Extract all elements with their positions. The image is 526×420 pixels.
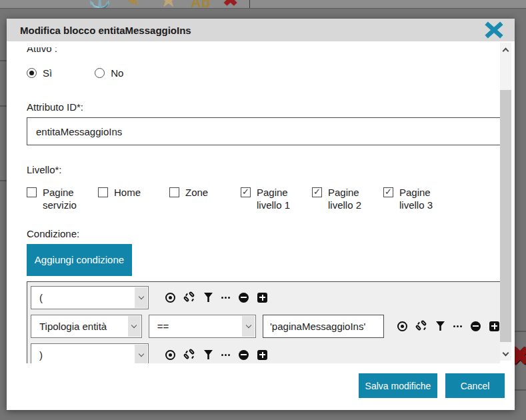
anchor-icon: ⚓ [88,0,111,9]
star-icon: ★ [160,0,177,9]
ellipsis-icon[interactable] [221,297,230,299]
attivo-radio-group: Sì No [27,67,500,79]
dialog-scroll-content: Attivo : Sì No Attributo ID*: Livello*: … [7,47,500,363]
scroll-down-icon[interactable] [500,347,511,361]
attivo-label: Attivo : [27,47,500,54]
target-icon[interactable] [165,293,175,303]
radio-label-no: No [111,67,123,79]
select-value: ( [39,292,43,303]
ellipsis-icon[interactable] [453,325,462,327]
checkbox-pagine-servizio[interactable] [27,187,37,197]
checkbox-label: Pagine servizio [43,187,85,212]
save-button[interactable]: Salva modifiche [359,373,437,398]
radio-button-si[interactable] [27,68,37,78]
filter-icon[interactable] [204,293,213,302]
modal-scrollbar[interactable] [500,43,511,361]
checkbox-option-pagine-livello-3[interactable]: Pagine livello 3 [383,187,455,212]
checkbox-option-pagine-livello-1[interactable]: Pagine livello 1 [241,187,312,212]
background-line [0,180,7,181]
checkbox-label: Home [114,187,157,199]
radio-button-no[interactable] [95,68,105,78]
delete-icon: ✖ [223,0,238,9]
filter-icon[interactable] [436,321,445,331]
broken-link-icon[interactable] [184,349,195,360]
add-row-icon[interactable] [489,321,499,331]
dialog-header: Modifica blocco entitaMessaggioIns [7,19,515,41]
radio-option-no[interactable]: No [95,67,123,79]
toolbar-divider [249,0,250,9]
select-value: Tipologia entità [39,321,107,332]
checkbox-pagine-livello-3[interactable] [383,187,393,197]
remove-row-icon[interactable] [471,321,481,331]
remove-row-icon[interactable] [239,350,249,360]
checkbox-label: Zone [185,187,228,199]
edit-block-dialog: Modifica blocco entitaMessaggioIns Attiv… [7,19,515,410]
row-action-icons [397,321,499,331]
chevron-down-icon [135,345,147,364]
dialog-title: Modifica blocco entitaMessaggioIns [20,25,191,36]
condition-builder-panel: ( Tipologia entità [27,281,500,364]
row-action-icons [165,349,267,360]
checkbox-option-pagine-livello-2[interactable]: Pagine livello 2 [312,187,383,212]
add-condition-button[interactable]: Aggiungi condizione [27,244,132,276]
row-action-icons [165,292,267,303]
condition-row: ) [31,343,499,364]
livello-label: Livello*: [27,164,500,175]
chevron-down-icon [135,287,147,308]
remove-row-icon[interactable] [239,293,249,303]
checkbox-zone[interactable] [169,187,179,197]
condition-value-input[interactable] [263,315,384,338]
filter-icon[interactable] [204,350,213,359]
radio-option-si[interactable]: Sì [27,67,52,79]
cancel-button[interactable]: Cancel [445,373,505,398]
chevron-down-icon [128,316,141,337]
select-value: ) [39,349,43,361]
checkbox-option-home[interactable]: Home [98,187,169,212]
attributo-id-input[interactable] [27,117,500,145]
broken-link-icon[interactable] [184,292,195,303]
target-icon[interactable] [165,350,175,360]
target-icon[interactable] [397,321,407,331]
add-row-icon[interactable] [257,293,267,303]
attributo-id-label: Attributo ID*: [27,101,500,113]
ellipsis-icon[interactable] [221,354,230,356]
checkbox-option-pagine-servizio[interactable]: Pagine servizio [27,187,98,212]
condizione-label: Condizione: [27,228,500,239]
condition-operand-select[interactable]: ( [31,286,149,309]
checkbox-label: Pagine livello 1 [257,187,299,212]
radio-label-si: Sì [43,67,52,79]
condition-row: Tipologia entità == [31,315,499,338]
condition-operator-select[interactable]: == [149,315,256,338]
checkbox-label: Pagine livello 3 [399,187,442,212]
close-icon[interactable] [484,21,504,39]
checkbox-label: Pagine livello 2 [328,187,371,212]
livello-checkbox-group: Pagine servizio Home Zone Pagine livello… [27,187,500,212]
draw-icon: ✎ [124,0,139,9]
background-line [515,331,526,332]
background-line [0,60,7,61]
background-line [515,389,526,391]
checkbox-option-zone[interactable]: Zone [169,187,241,212]
checkbox-pagine-livello-2[interactable] [312,187,322,197]
condition-field-select[interactable]: Tipologia entità [31,315,142,338]
background-toolbar: ⚓ ✎ ★ Ab ✖ [0,0,526,9]
background-line [0,105,7,107]
add-row-icon[interactable] [257,350,267,360]
condition-row: ( [31,286,499,309]
condition-operand-select[interactable]: ) [31,343,149,364]
select-value: == [157,321,169,332]
checkbox-home[interactable] [98,187,108,197]
scroll-up-icon[interactable] [500,43,511,56]
scrollbar-thumb[interactable] [500,90,511,342]
font-icon: Ab [191,0,210,9]
broken-link-icon[interactable] [416,321,427,331]
checkbox-pagine-livello-1[interactable] [241,187,251,197]
chevron-down-icon [242,316,255,337]
